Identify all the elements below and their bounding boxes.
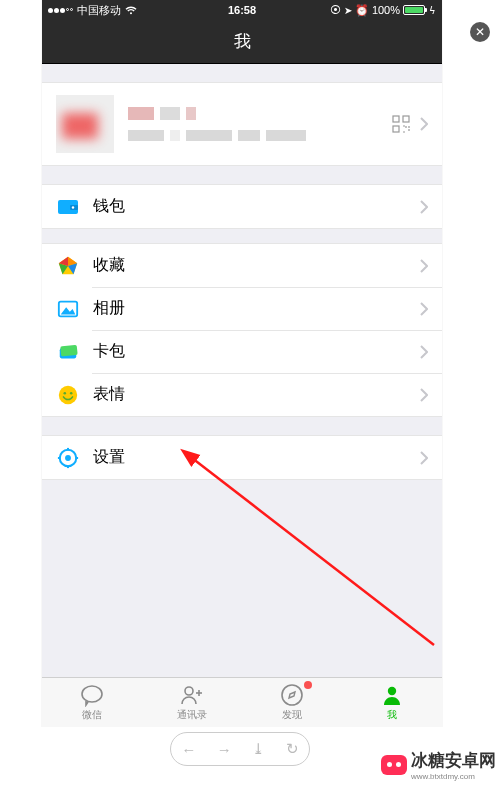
svg-rect-1 <box>403 116 409 122</box>
nav-bar: 我 <box>42 20 442 64</box>
status-bar: 中国移动 16:58 ⦿ ➤ ⏰ 100% ϟ <box>42 0 442 20</box>
tab-chats-label: 微信 <box>82 708 102 722</box>
cards-cell[interactable]: 卡包 <box>42 330 442 373</box>
svg-point-30 <box>388 686 396 694</box>
qr-code-icon <box>392 115 410 133</box>
discover-badge <box>304 681 312 689</box>
watermark-logo-icon <box>381 755 407 775</box>
svg-marker-29 <box>289 692 295 698</box>
forward-icon[interactable]: → <box>217 741 232 758</box>
tab-bar: 微信 通讯录 发现 我 <box>42 677 442 726</box>
collection-group: 收藏 相册 卡包 <box>42 243 442 417</box>
lock-icon: ⦿ <box>330 4 341 16</box>
watermark-domain: www.btxtdmy.com <box>411 772 496 781</box>
status-right: ⦿ ➤ ⏰ 100% ϟ <box>256 4 436 17</box>
svg-marker-12 <box>61 307 76 314</box>
chevron-right-icon <box>420 388 428 402</box>
stickers-icon <box>56 383 80 407</box>
chevron-right-icon <box>420 302 428 316</box>
svg-point-25 <box>185 687 193 695</box>
settings-group: 设置 <box>42 435 442 480</box>
tab-chats[interactable]: 微信 <box>42 678 142 726</box>
album-label: 相册 <box>93 298 420 319</box>
chat-icon <box>79 683 105 707</box>
status-left: 中国移动 <box>48 3 228 18</box>
stickers-label: 表情 <box>93 384 420 405</box>
favorites-icon <box>56 254 80 278</box>
me-icon <box>379 683 405 707</box>
settings-cell[interactable]: 设置 <box>42 436 442 479</box>
wifi-icon <box>125 6 137 15</box>
watermark: 冰糖安卓网 www.btxtdmy.com <box>381 749 496 781</box>
profile-cell[interactable] <box>42 83 442 165</box>
location-icon: ➤ <box>344 5 352 16</box>
browser-toolbar: ← → ⤓ ↻ <box>170 732 310 766</box>
back-icon[interactable]: ← <box>181 741 196 758</box>
watermark-text: 冰糖安卓网 <box>411 749 496 772</box>
refresh-icon[interactable]: ↻ <box>286 740 299 758</box>
svg-point-19 <box>65 455 71 461</box>
profile-name-redacted <box>128 107 392 120</box>
svg-point-16 <box>64 391 67 394</box>
content-area: 钱包 收藏 相册 <box>42 64 442 677</box>
svg-point-5 <box>72 206 74 208</box>
tab-discover-label: 发现 <box>282 708 302 722</box>
stickers-cell[interactable]: 表情 <box>42 373 442 416</box>
tab-me-label: 我 <box>387 708 397 722</box>
settings-icon <box>56 446 80 470</box>
cards-icon <box>56 340 80 364</box>
chevron-right-icon <box>420 345 428 359</box>
svg-point-28 <box>282 685 302 705</box>
phone-frame: 中国移动 16:58 ⦿ ➤ ⏰ 100% ϟ 我 <box>42 0 442 726</box>
contacts-icon <box>179 683 205 707</box>
chevron-right-icon <box>420 259 428 273</box>
profile-id-redacted <box>128 130 392 141</box>
carrier-label: 中国移动 <box>77 3 121 18</box>
favorites-cell[interactable]: 收藏 <box>42 244 442 287</box>
tab-contacts-label: 通讯录 <box>177 708 207 722</box>
wallet-cell[interactable]: 钱包 <box>42 185 442 228</box>
album-cell[interactable]: 相册 <box>42 287 442 330</box>
chevron-right-icon <box>420 200 428 214</box>
charging-icon: ϟ <box>429 5 436 16</box>
download-icon[interactable]: ⤓ <box>252 740 265 758</box>
svg-rect-14 <box>60 344 77 356</box>
alarm-icon: ⏰ <box>355 4 369 17</box>
discover-icon <box>279 683 305 707</box>
chevron-right-icon <box>420 117 428 131</box>
wallet-icon <box>56 195 80 219</box>
page-root: ✕ 中国移动 16:58 ⦿ ➤ ⏰ 100% ϟ 我 <box>0 0 500 789</box>
favorites-label: 收藏 <box>93 255 420 276</box>
wallet-label: 钱包 <box>93 196 420 217</box>
svg-point-24 <box>82 686 102 702</box>
album-icon <box>56 297 80 321</box>
svg-point-15 <box>59 385 77 403</box>
tab-discover[interactable]: 发现 <box>242 678 342 726</box>
battery-icon <box>403 5 425 15</box>
profile-info <box>128 107 392 141</box>
tab-contacts[interactable]: 通讯录 <box>142 678 242 726</box>
wallet-group: 钱包 <box>42 184 442 229</box>
chevron-right-icon <box>420 451 428 465</box>
svg-rect-0 <box>393 116 399 122</box>
signal-icon <box>48 8 73 13</box>
profile-group <box>42 82 442 166</box>
cards-label: 卡包 <box>93 341 420 362</box>
battery-pct: 100% <box>372 4 400 16</box>
avatar <box>56 95 114 153</box>
tab-me[interactable]: 我 <box>342 678 442 726</box>
svg-point-17 <box>70 391 73 394</box>
close-button[interactable]: ✕ <box>470 22 490 42</box>
settings-label: 设置 <box>93 447 420 468</box>
svg-rect-2 <box>393 126 399 132</box>
nav-title: 我 <box>234 30 251 53</box>
clock: 16:58 <box>228 4 256 16</box>
